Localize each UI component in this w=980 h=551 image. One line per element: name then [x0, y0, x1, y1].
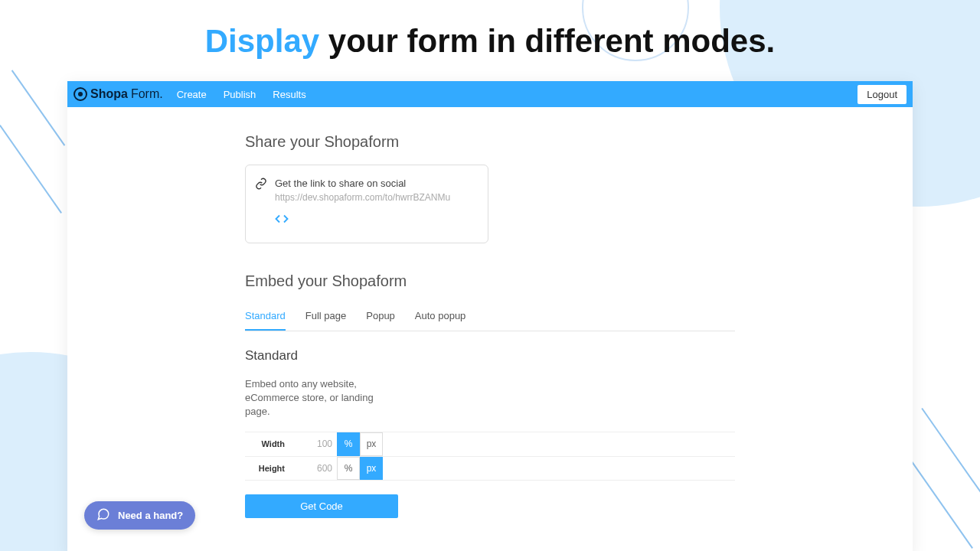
width-unit-percent[interactable]: %	[337, 432, 360, 456]
page-headline: Display your form in different modes.	[0, 0, 980, 60]
tab-autopopup[interactable]: Auto popup	[415, 304, 466, 331]
deco-line	[921, 408, 980, 509]
app-window: ShopaForm. Create Publish Results Logout…	[67, 81, 913, 551]
brand-bold: Shopa	[90, 87, 128, 101]
width-row: Width % px	[245, 432, 735, 456]
share-section-title: Share your Shopaform	[245, 133, 735, 151]
nav-publish[interactable]: Publish	[224, 89, 256, 100]
embed-tabs: Standard Full page Popup Auto popup	[245, 304, 735, 331]
deco-line	[0, 125, 62, 214]
content-area: Share your Shopaform Get the link to sha…	[67, 107, 913, 551]
headline-accent: Display	[205, 23, 319, 59]
deco-line	[11, 70, 65, 145]
embed-subtitle: Standard	[245, 348, 735, 364]
help-widget[interactable]: Need a hand?	[84, 501, 195, 530]
main-nav: Create Publish Results	[177, 89, 306, 100]
height-unit-percent[interactable]: %	[337, 457, 360, 480]
code-icon[interactable]	[275, 212, 475, 229]
headline-rest: your form in different modes.	[319, 23, 775, 59]
tab-fullpage[interactable]: Full page	[305, 304, 346, 331]
embed-panel: Standard Embed onto any website, eCommer…	[245, 331, 735, 518]
tab-popup[interactable]: Popup	[366, 304, 395, 331]
brand-thin: Form.	[131, 87, 163, 101]
nav-create[interactable]: Create	[177, 89, 207, 100]
share-card: Get the link to share on social https://…	[245, 165, 488, 243]
height-label: Height	[245, 464, 291, 473]
nav-results[interactable]: Results	[273, 89, 305, 100]
width-label: Width	[245, 439, 291, 448]
logout-button[interactable]: Logout	[858, 85, 906, 104]
help-label: Need a hand?	[118, 510, 183, 521]
height-row: Height % px	[245, 456, 735, 481]
tab-standard[interactable]: Standard	[245, 304, 286, 331]
share-url[interactable]: https://dev.shopaform.com/to/hwrrBZANMu	[275, 192, 450, 203]
chat-icon	[96, 507, 110, 523]
logo-mark-icon	[74, 87, 87, 101]
embed-section-title: Embed your Shopaform	[245, 272, 735, 290]
link-icon	[255, 178, 267, 193]
deco-line	[910, 460, 973, 549]
width-unit-px[interactable]: px	[360, 432, 383, 456]
topbar: ShopaForm. Create Publish Results Logout	[67, 81, 913, 107]
height-input[interactable]	[291, 457, 337, 480]
width-input[interactable]	[291, 432, 337, 456]
get-code-button[interactable]: Get Code	[245, 494, 398, 518]
embed-description: Embed onto any website, eCommerce store,…	[245, 377, 398, 419]
height-unit-px[interactable]: px	[360, 457, 383, 480]
share-instruction: Get the link to share on social	[275, 178, 450, 189]
brand-logo[interactable]: ShopaForm.	[74, 87, 163, 101]
